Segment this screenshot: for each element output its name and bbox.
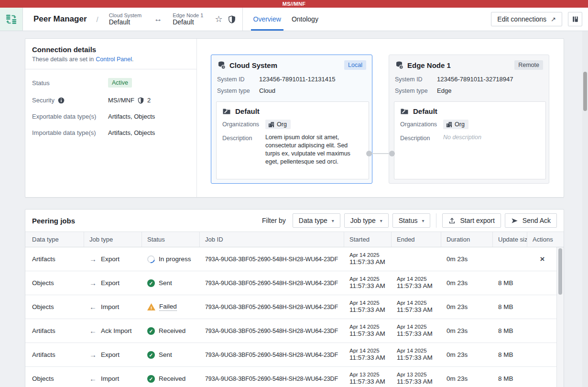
job-id: 793A-9UG8-3BF05-2690-548H-SH28-WU64-23DF [200, 319, 344, 343]
job-id: 793A-9UG8-3BF05-2690-548H-SH28-WU64-23DF [200, 343, 344, 366]
job-update-size: 8 MB [493, 367, 527, 387]
job-row[interactable]: Objects ← Import ! Failed 793A-9UG8-3BF0… [25, 295, 557, 319]
panel-toggle-button[interactable] [568, 12, 582, 26]
job-type-filter[interactable]: Job type ▾ [344, 213, 389, 228]
job-update-size: 8 MB [493, 319, 527, 343]
system-type-value: Cloud [259, 87, 275, 94]
description-label: Description [222, 133, 265, 142]
peer-sync-icon [5, 13, 18, 26]
security-shield-icon[interactable] [228, 15, 236, 23]
job-cancel-button[interactable]: × [540, 254, 545, 264]
page-scrollbar-track [582, 31, 588, 387]
breadcrumb-local-system[interactable]: Cloud System Default [109, 12, 142, 26]
edit-connections-button[interactable]: Edit connections ↗ [491, 12, 562, 26]
app-title: Peer Manager [33, 14, 87, 24]
col-job-type: Job type [84, 232, 142, 247]
system-name: Cloud System [229, 61, 277, 69]
job-status-icon: ✓ [147, 351, 155, 359]
chevron-down-icon: ▾ [380, 218, 382, 223]
connection-overview-card: Connection details These details are set… [25, 38, 564, 198]
job-row[interactable]: Artifacts ← Ack Import ✓ Received 793A-9… [25, 319, 557, 343]
tab-ontology[interactable]: Ontology [290, 8, 320, 31]
job-row[interactable]: Objects → Export ✓ Sent 793A-9UG8-3BF05-… [25, 271, 557, 295]
job-type: Export [101, 279, 120, 287]
job-row[interactable]: Artifacts → Export ✓ Sent 793A-9UG8-3BF0… [25, 343, 557, 367]
job-ended-time: 11:57:33 AM [397, 378, 433, 386]
connection-details-title: Connection details [32, 45, 189, 54]
page-scrollbar-thumb[interactable] [583, 72, 587, 111]
send-icon [511, 217, 518, 224]
job-row[interactable]: Artifacts → Export In progress 793A-9UG8… [25, 247, 557, 271]
job-duration: 0m 23s [441, 343, 493, 366]
col-data-type: Data type [25, 232, 84, 247]
job-id: 793A-9UG8-3BF05-2690-548H-SH28-WU64-23DF [200, 367, 344, 387]
connector-dot-right [389, 151, 395, 156]
system-id-label: System ID [217, 76, 259, 83]
status-row: Status Active [32, 78, 190, 88]
folder-icon [222, 107, 231, 115]
jobs-table-header: Data type Job type Status Job ID Started… [25, 232, 564, 247]
job-started-date: Apr 14 2025 [349, 276, 380, 282]
breadcrumb-remote-system[interactable]: Edge Node 1 Default [173, 12, 203, 26]
table-scrollbar-thumb[interactable] [558, 248, 562, 295]
job-type: Export [101, 351, 120, 358]
job-update-size: 8 MB [493, 271, 527, 295]
job-ended-time: 11:57:33 AM [397, 282, 433, 290]
job-type: Ack Import [101, 327, 132, 334]
tab-overview[interactable]: Overview [252, 8, 283, 31]
app-logo[interactable] [0, 8, 23, 31]
job-direction-icon: ← [89, 303, 97, 311]
job-started-time: 11:57:33 AM [349, 306, 385, 314]
importable-label: Importable data type(s) [32, 129, 108, 136]
system-id-label: System ID [395, 76, 437, 83]
peering-jobs-title: Peering jobs [32, 217, 75, 225]
system-card-remote[interactable]: Edge Node 1 Remote System ID 123456-7891… [389, 55, 549, 184]
remote-system-name: Edge Node 1 [173, 12, 203, 19]
job-status-icon: ✓ [147, 279, 155, 287]
job-started-time: 11:57:33 AM [349, 258, 385, 266]
panel-icon [572, 15, 579, 23]
system-type-label: System type [217, 88, 259, 94]
job-status-text: Sent [159, 279, 172, 287]
job-type: Import [101, 303, 119, 310]
folder-icon [400, 107, 409, 115]
job-update-size: 8 MB [493, 343, 527, 366]
space-card[interactable]: Default Organizations [394, 101, 546, 179]
job-data-type: Objects [25, 271, 84, 295]
job-duration: 0m 23s [441, 295, 493, 319]
system-id-value: 123456-7891011-12131415 [259, 76, 336, 83]
filter-by-label: Filter by [262, 217, 286, 224]
info-icon[interactable] [58, 97, 65, 104]
job-ended-date: Apr 13 2025 [397, 371, 427, 378]
remote-space-name: Default [173, 18, 203, 26]
job-status-icon: ✓ [147, 375, 155, 383]
system-card-local[interactable]: Cloud System Local System ID 123456-7891… [211, 55, 372, 184]
system-id-value: 123456-7891011-32718947 [437, 76, 513, 83]
status-filter[interactable]: Status ▾ [392, 213, 431, 228]
job-data-type: Artifacts [25, 247, 84, 271]
job-direction-icon: → [89, 351, 97, 359]
panel-divider [196, 39, 197, 197]
start-export-button[interactable]: Start export [442, 213, 501, 228]
col-job-id: Job ID [200, 232, 344, 247]
system-database-icon [395, 61, 403, 69]
jobs-table-body: Artifacts → Export In progress 793A-9UG8… [25, 247, 564, 387]
status-badge: Active [108, 78, 132, 88]
job-row[interactable]: Objects ← Import ✓ Received 793A-9UG8-3B… [25, 367, 557, 387]
job-update-size: 8 MB [493, 295, 527, 319]
job-data-type: Objects [25, 367, 84, 387]
classification-banner: MS//MNF [0, 0, 588, 8]
job-type: Export [101, 255, 120, 263]
security-marking: MS//MNF [108, 97, 134, 104]
header-divider [242, 8, 243, 31]
favorite-star-icon[interactable]: ☆ [215, 14, 222, 24]
send-ack-button[interactable]: Send Ack [505, 213, 557, 228]
job-direction-icon: ← [89, 327, 97, 335]
data-type-filter[interactable]: Data type ▾ [293, 213, 340, 228]
org-tag-label: Org [455, 121, 465, 128]
job-status-text: Sent [159, 351, 172, 358]
control-panel-link[interactable]: Control Panel [96, 56, 132, 63]
space-card[interactable]: Default Organizations [216, 101, 369, 179]
col-ended: Ended [392, 232, 441, 247]
job-status-icon: ! [147, 303, 155, 310]
